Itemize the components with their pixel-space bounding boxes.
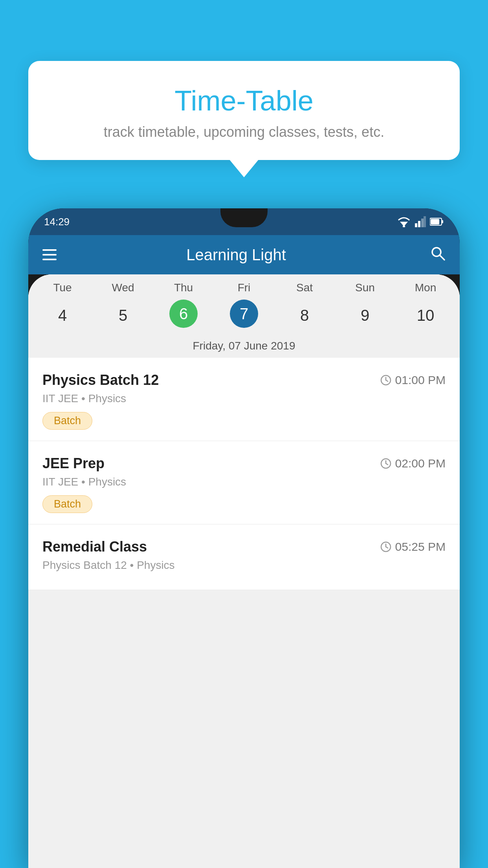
- svg-line-10: [440, 255, 444, 260]
- day-number[interactable]: 10: [395, 300, 456, 331]
- tooltip-card: Time-Table track timetable, upcoming cla…: [28, 61, 460, 160]
- hamburger-line-1: [42, 249, 57, 251]
- day-header: Sun: [335, 281, 395, 294]
- phone-shell: 14:29: [28, 208, 460, 868]
- hamburger-line-3: [42, 259, 57, 260]
- schedule-time: 05:25 PM: [380, 540, 446, 554]
- status-icons: [397, 216, 444, 227]
- schedule-title: Physics Batch 12: [42, 372, 159, 388]
- schedule-title: JEE Prep: [42, 455, 105, 472]
- day-header: Wed: [93, 281, 153, 294]
- day-number[interactable]: 6: [153, 300, 214, 331]
- calendar-section: TueWedThuFriSatSunMon 45678910 Friday, 0…: [28, 274, 460, 358]
- svg-rect-7: [431, 219, 439, 224]
- svg-rect-8: [442, 220, 443, 223]
- day-header: Thu: [153, 281, 214, 294]
- svg-rect-3: [418, 221, 420, 227]
- svg-rect-4: [421, 219, 424, 227]
- day-number[interactable]: 9: [335, 300, 395, 331]
- day-numbers: 45678910: [28, 297, 460, 337]
- svg-line-19: [386, 547, 388, 548]
- battery-icon: [430, 217, 444, 226]
- notch-cutout: [220, 208, 268, 227]
- svg-line-13: [386, 380, 388, 381]
- batch-badge: Batch: [42, 495, 92, 513]
- tooltip-subtitle: track timetable, upcoming classes, tests…: [48, 124, 440, 140]
- schedule-time: 01:00 PM: [380, 373, 446, 387]
- wifi-icon: [397, 216, 411, 227]
- schedule-item[interactable]: Physics Batch 1201:00 PMIIT JEE • Physic…: [28, 358, 460, 441]
- schedule-title: Remedial Class: [42, 539, 147, 555]
- day-number[interactable]: 8: [274, 300, 335, 331]
- svg-rect-5: [424, 216, 426, 227]
- svg-point-1: [403, 225, 405, 227]
- day-header: Mon: [395, 281, 456, 294]
- svg-line-16: [386, 463, 388, 465]
- schedule-subtitle: IIT JEE • Physics: [42, 392, 446, 405]
- schedule-list: Physics Batch 1201:00 PMIIT JEE • Physic…: [28, 358, 460, 590]
- phone-screen: TueWedThuFriSatSunMon 45678910 Friday, 0…: [28, 274, 460, 868]
- day-number[interactable]: 5: [93, 300, 153, 331]
- day-number[interactable]: 4: [32, 300, 93, 331]
- day-number[interactable]: 7: [214, 300, 274, 331]
- app-bar: Learning Light: [28, 235, 460, 274]
- day-header: Tue: [32, 281, 93, 294]
- search-button[interactable]: [430, 245, 446, 265]
- day-headers: TueWedThuFriSatSunMon: [28, 274, 460, 297]
- day-header: Sat: [274, 281, 335, 294]
- signal-icon: [415, 216, 426, 227]
- schedule-subtitle: Physics Batch 12 • Physics: [42, 559, 446, 572]
- schedule-time: 02:00 PM: [380, 457, 446, 470]
- svg-rect-2: [415, 223, 417, 227]
- batch-badge: Batch: [42, 412, 92, 430]
- app-bar-title: Learning Light: [68, 246, 404, 264]
- date-label: Friday, 07 June 2019: [28, 337, 460, 358]
- schedule-item[interactable]: Remedial Class05:25 PMPhysics Batch 12 •…: [28, 524, 460, 590]
- status-time: 14:29: [44, 216, 70, 228]
- schedule-subtitle: IIT JEE • Physics: [42, 476, 446, 488]
- schedule-item[interactable]: JEE Prep02:00 PMIIT JEE • PhysicsBatch: [28, 441, 460, 524]
- hamburger-menu-button[interactable]: [42, 249, 57, 260]
- tooltip-title: Time-Table: [48, 85, 440, 117]
- hamburger-line-2: [42, 254, 57, 256]
- status-bar: 14:29: [28, 208, 460, 235]
- day-header: Fri: [214, 281, 274, 294]
